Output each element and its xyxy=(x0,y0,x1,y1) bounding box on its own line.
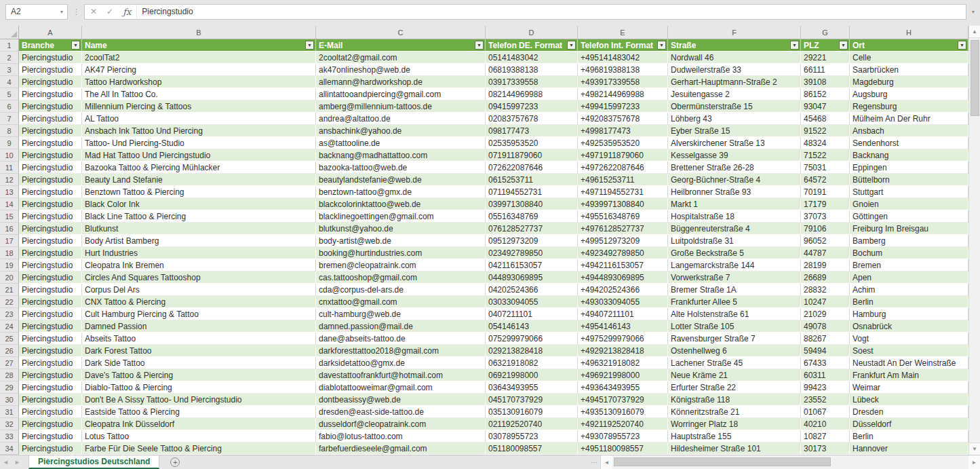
cell-D28[interactable]: 06921998000 xyxy=(486,369,578,381)
cell-G25[interactable]: 88267 xyxy=(801,333,850,345)
cell-G23[interactable]: 21029 xyxy=(801,308,850,320)
cell-H30[interactable]: Lübeck xyxy=(850,394,968,406)
formula-bar-expand-icon[interactable]: ▼ xyxy=(966,10,980,14)
cell-E27[interactable]: +496321918082 xyxy=(578,357,668,369)
cell-D3[interactable]: 06819388138 xyxy=(486,64,578,76)
filter-button[interactable]: ▼ xyxy=(305,41,314,50)
cell-D6[interactable]: 09415997233 xyxy=(486,100,578,113)
cell-E10[interactable]: +4971911879060 xyxy=(578,149,668,162)
cell-C25[interactable]: dane@abseits-tattoo.de xyxy=(316,333,486,345)
cell-D17[interactable]: 09512973209 xyxy=(486,235,578,247)
cell-E11[interactable]: +4972622087646 xyxy=(578,162,668,174)
cell-E34[interactable]: +4951180098557 xyxy=(578,443,668,455)
cell-A13[interactable]: Piercingstudio xyxy=(19,186,82,198)
row-header-16[interactable]: 16 xyxy=(0,223,19,235)
row-header-5[interactable]: 5 xyxy=(0,88,19,100)
cell-C28[interactable]: davestattoofrankfurt@hotmail.com xyxy=(316,369,486,381)
cell-H19[interactable]: Bremen xyxy=(850,259,968,271)
cell-B15[interactable]: Black Line Tattoo & Piercing xyxy=(82,210,316,223)
row-header-31[interactable]: 31 xyxy=(0,406,19,418)
cell-F27[interactable]: Lachener Straße 45 xyxy=(668,357,801,369)
cell-A14[interactable]: Piercingstudio xyxy=(19,198,82,210)
cell-H33[interactable]: Berlin xyxy=(850,430,968,443)
scroll-left-icon[interactable]: ◄ xyxy=(601,455,612,469)
cell-D30[interactable]: 045170737929 xyxy=(486,394,578,406)
cell-H13[interactable]: Stuttgart xyxy=(850,186,968,198)
column-header-E[interactable]: E xyxy=(578,26,668,39)
cell-E12[interactable]: +49615253711 xyxy=(578,174,668,186)
cell-F8[interactable]: Eyber Straße 15 xyxy=(668,125,801,137)
header-cell-A[interactable]: Branche▼ xyxy=(19,39,82,52)
vertical-scrollbar[interactable]: ▲ ▼ xyxy=(968,26,980,455)
cell-A33[interactable]: Piercingstudio xyxy=(19,430,82,443)
cell-B14[interactable]: Black Color Ink xyxy=(82,198,316,210)
cell-A15[interactable]: Piercingstudio xyxy=(19,210,82,223)
cell-B29[interactable]: Diablo-Tattoo & Piercing xyxy=(82,381,316,394)
cell-A2[interactable]: Piercingstudio xyxy=(19,52,82,64)
cell-B11[interactable]: Bazooka Tattoo & Piercing Mühlacker xyxy=(82,162,316,174)
cell-H8[interactable]: Ansbach xyxy=(850,125,968,137)
column-header-D[interactable]: D xyxy=(486,26,578,39)
cell-G21[interactable]: 28832 xyxy=(801,284,850,296)
cell-D25[interactable]: 075299979066 xyxy=(486,333,578,345)
cell-B12[interactable]: Beauty Land Stefanie xyxy=(82,174,316,186)
cell-D4[interactable]: 03917339558 xyxy=(486,76,578,88)
cell-A31[interactable]: Piercingstudio xyxy=(19,406,82,418)
cell-F20[interactable]: Vorwerkstraße 7 xyxy=(668,271,801,284)
cell-B16[interactable]: Blutkunst xyxy=(82,223,316,235)
column-header-G[interactable]: G xyxy=(801,26,850,39)
row-header-19[interactable]: 19 xyxy=(0,259,19,271)
filter-button[interactable]: ▼ xyxy=(657,41,666,50)
cell-E4[interactable]: +493917339558 xyxy=(578,76,668,88)
cell-D11[interactable]: 072622087646 xyxy=(486,162,578,174)
cell-D23[interactable]: 0407211101 xyxy=(486,308,578,320)
cell-F30[interactable]: Königstraße 118 xyxy=(668,394,801,406)
row-header-15[interactable]: 15 xyxy=(0,210,19,223)
row-header-8[interactable]: 8 xyxy=(0,125,19,137)
cell-H21[interactable]: Achim xyxy=(850,284,968,296)
row-header-34[interactable]: 34 xyxy=(0,443,19,455)
cell-B9[interactable]: Tattoo- Und Piercing-Studio xyxy=(82,137,316,149)
cell-B25[interactable]: Abseits Tattoo xyxy=(82,333,316,345)
cell-D19[interactable]: 042116153057 xyxy=(486,259,578,271)
insert-function-icon[interactable]: ƒx xyxy=(123,7,131,17)
cell-A22[interactable]: Piercingstudio xyxy=(19,296,82,308)
row-header-24[interactable]: 24 xyxy=(0,320,19,333)
cell-F17[interactable]: Luitpoldstraße 31 xyxy=(668,235,801,247)
filter-button[interactable]: ▼ xyxy=(567,41,576,50)
cell-G2[interactable]: 29221 xyxy=(801,52,850,64)
cell-D13[interactable]: 071194552731 xyxy=(486,186,578,198)
cell-F4[interactable]: Gerhart-Hauptmann-Straße 2 xyxy=(668,76,801,88)
row-header-7[interactable]: 7 xyxy=(0,113,19,125)
column-header-F[interactable]: F xyxy=(668,26,801,39)
cell-H10[interactable]: Backnang xyxy=(850,149,968,162)
cell-C15[interactable]: blacklinegoettingen@gmail.com xyxy=(316,210,486,223)
cell-A23[interactable]: Piercingstudio xyxy=(19,308,82,320)
cell-G22[interactable]: 10247 xyxy=(801,296,850,308)
cell-A20[interactable]: Piercingstudio xyxy=(19,271,82,284)
row-header-9[interactable]: 9 xyxy=(0,137,19,149)
cell-C23[interactable]: cult-hamburg@web.de xyxy=(316,308,486,320)
row-header-26[interactable]: 26 xyxy=(0,345,19,357)
cell-B10[interactable]: Mad Hat Tattoo Und Piercingstudio xyxy=(82,149,316,162)
column-header-A[interactable]: A xyxy=(19,26,82,39)
cell-D29[interactable]: 03643493955 xyxy=(486,381,578,394)
cell-B19[interactable]: Cleopatra Ink Bremen xyxy=(82,259,316,271)
cell-B6[interactable]: Millennium Piercing & Tattoos xyxy=(82,100,316,113)
cell-B27[interactable]: Dark Side Tattoo xyxy=(82,357,316,369)
cell-G6[interactable]: 93047 xyxy=(801,100,850,113)
cell-C13[interactable]: benztown-tattoo@gmx.de xyxy=(316,186,486,198)
cell-A9[interactable]: Piercingstudio xyxy=(19,137,82,149)
cell-G33[interactable]: 10827 xyxy=(801,430,850,443)
cell-C16[interactable]: blutkunst@yahoo.de xyxy=(316,223,486,235)
cell-G34[interactable]: 30173 xyxy=(801,443,850,455)
cell-C2[interactable]: 2cooltat2@gmail.com xyxy=(316,52,486,64)
cell-F34[interactable]: Hildesheimer Straße 101 xyxy=(668,443,801,455)
cell-E14[interactable]: +4939971308840 xyxy=(578,198,668,210)
cell-D8[interactable]: 098177473 xyxy=(486,125,578,137)
cell-A28[interactable]: Piercingstudio xyxy=(19,369,82,381)
column-header-H[interactable]: H xyxy=(850,26,968,39)
cell-F24[interactable]: Lotter Straße 105 xyxy=(668,320,801,333)
cell-F12[interactable]: Georg-Büchner-Straße 4 xyxy=(668,174,801,186)
cell-D5[interactable]: 082144969988 xyxy=(486,88,578,100)
